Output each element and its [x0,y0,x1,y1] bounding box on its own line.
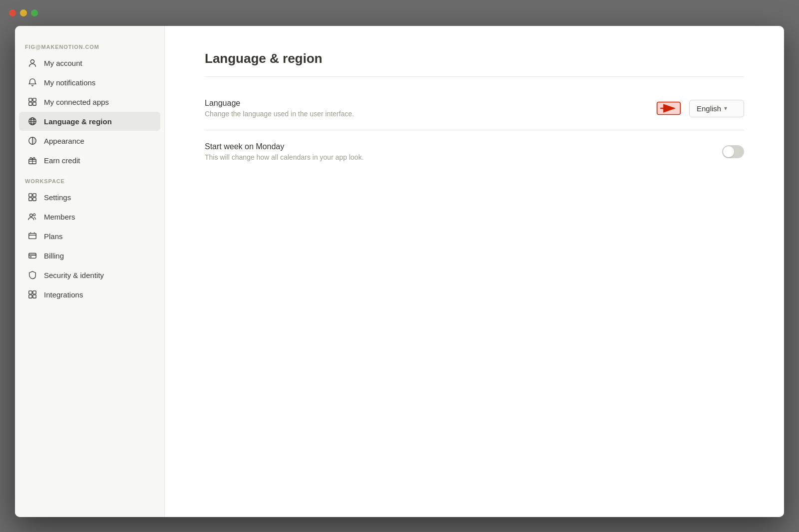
svg-rect-16 [30,257,32,258]
sidebar-item-label: Settings [44,193,71,202]
svg-point-12 [30,214,32,217]
sidebar-item-label: Plans [44,232,63,241]
toggle-knob [723,146,734,157]
arrow-indicator [656,101,681,116]
start-week-setting-description: This will change how all calendars in yo… [205,153,364,161]
account-icon [27,57,38,68]
svg-point-13 [33,214,35,216]
titlebar [0,0,799,26]
sidebar-item-label: My notifications [44,78,95,87]
sidebar-item-label: Integrations [44,290,83,299]
svg-rect-1 [29,98,32,101]
svg-rect-11 [33,198,36,201]
page-title: Language & region [205,51,744,66]
start-week-toggle[interactable] [722,145,744,158]
start-week-setting-row: Start week on Monday This will change ho… [205,130,744,173]
sidebar-item-my-connected-apps[interactable]: My connected apps [19,92,160,111]
svg-point-0 [30,60,34,63]
language-value: English [697,104,721,113]
svg-rect-14 [29,234,36,239]
sidebar: FIG@MAKENOTION.COM My account My notific… [15,26,165,517]
sidebar-item-language-region[interactable]: Language & region [19,112,160,131]
sidebar-item-security-identity[interactable]: Security & identity [19,266,160,284]
sidebar-item-label: Members [44,213,75,221]
svg-rect-18 [33,291,36,294]
sidebar-item-label: Billing [44,252,64,260]
integrations-icon [27,289,38,300]
svg-rect-15 [29,254,36,259]
sidebar-item-label: My account [44,59,82,67]
settings-icon [27,192,38,203]
user-email-label: FIG@MAKENOTION.COM [15,36,164,53]
svg-rect-19 [29,295,32,298]
maximize-button[interactable] [31,9,38,16]
svg-rect-17 [29,291,32,294]
members-icon [27,211,38,222]
globe-icon [27,116,38,127]
svg-rect-10 [29,198,32,201]
svg-rect-3 [29,102,32,105]
sidebar-item-label: Appearance [44,137,84,145]
sidebar-item-label: Security & identity [44,271,104,279]
sidebar-item-plans[interactable]: Plans [19,227,160,246]
language-setting-row: Language Change the language used in the… [205,87,744,130]
connected-apps-icon [27,96,38,107]
sidebar-item-billing[interactable]: Billing [19,246,160,265]
sidebar-item-label: My connected apps [44,98,109,106]
language-setting-description: Change the language used in the user int… [205,110,354,118]
svg-rect-9 [33,194,36,197]
security-icon [27,269,38,280]
close-button[interactable] [9,9,16,16]
minimize-button[interactable] [20,9,27,16]
plans-icon [27,231,38,242]
chevron-down-icon: ▾ [724,105,727,112]
gift-icon [27,155,38,166]
sidebar-item-label: Language & region [44,117,112,126]
app-window: FIG@MAKENOTION.COM My account My notific… [15,26,784,517]
workspace-section-label: WORKSPACE [15,170,164,187]
language-setting-info: Language Change the language used in the… [205,99,354,118]
sidebar-item-appearance[interactable]: Appearance [19,131,160,150]
title-divider [205,76,744,77]
language-dropdown[interactable]: English ▾ [689,100,744,117]
sidebar-item-my-account[interactable]: My account [19,53,160,72]
sidebar-item-my-notifications[interactable]: My notifications [19,73,160,92]
start-week-toggle-container [722,145,744,158]
sidebar-item-earn-credit[interactable]: Earn credit [19,151,160,170]
sidebar-item-label: Earn credit [44,156,80,165]
sidebar-item-integrations[interactable]: Integrations [19,285,160,304]
sidebar-item-settings[interactable]: Settings [19,188,160,207]
start-week-setting-info: Start week on Monday This will change ho… [205,142,364,161]
notifications-icon [27,77,38,88]
svg-rect-4 [33,102,36,105]
billing-icon [27,250,38,261]
appearance-icon [27,135,38,146]
svg-rect-8 [29,194,32,197]
sidebar-item-members[interactable]: Members [19,207,160,226]
language-control: English ▾ [656,100,744,117]
svg-rect-20 [33,295,36,298]
main-content: Language & region Language Change the la… [165,26,784,517]
svg-rect-2 [33,98,36,101]
language-setting-title: Language [205,99,354,108]
start-week-setting-title: Start week on Monday [205,142,364,151]
